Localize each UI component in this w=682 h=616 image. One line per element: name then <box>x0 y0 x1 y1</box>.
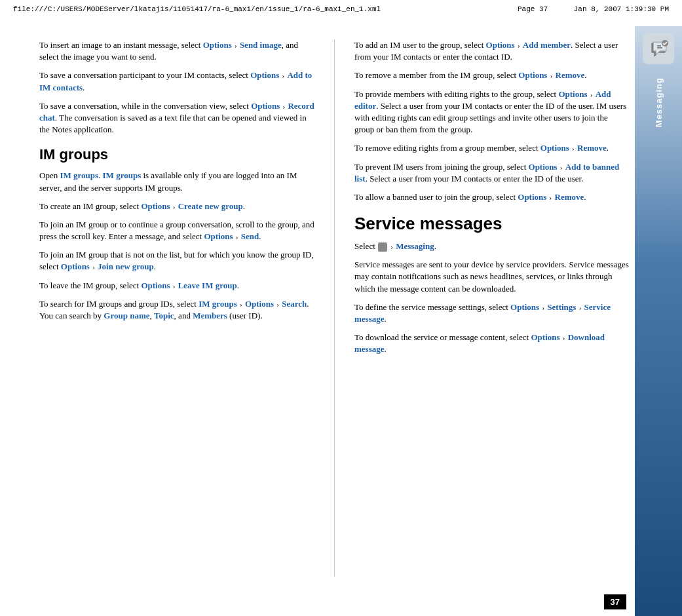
im-groups-para-1: Open IM groups. IM groups is available o… <box>39 170 314 193</box>
options-link-r3[interactable]: Options <box>558 89 587 99</box>
options-link-2[interactable]: Options <box>250 70 279 80</box>
content-columns: To insert an image to an instant message… <box>39 26 630 590</box>
right-column: To add an IM user to the group, select O… <box>354 26 630 590</box>
im-groups-heading: IM groups <box>39 146 314 163</box>
members-link[interactable]: Members <box>193 311 227 320</box>
group-name-link[interactable]: Group name <box>104 311 149 320</box>
im-groups-link-3[interactable]: IM groups <box>199 299 237 309</box>
service-messages-para-1: Select › Messaging. <box>354 241 630 252</box>
left-para-3: To save a conversation, while in the con… <box>39 100 314 136</box>
right-para-3: To provide members with editing rights t… <box>354 88 630 136</box>
service-messages-para-4: To download the service or message conte… <box>354 332 630 355</box>
page-number: 37 <box>604 594 626 609</box>
right-para-5: To prevent IM users from joining the gro… <box>354 161 630 185</box>
options-link-r7[interactable]: Options <box>510 302 539 312</box>
options-link-r5[interactable]: Options <box>529 162 558 172</box>
top-bar: file:///C:/USERS/MODEServer/lkatajis/110… <box>0 5 682 13</box>
service-messages-para-3: To define the service message settings, … <box>354 301 630 325</box>
im-groups-para-5: To leave the IM group, select Options › … <box>39 280 314 292</box>
right-para-6: To allow a banned user to join the group… <box>354 191 630 203</box>
sidebar: Messaging <box>635 26 682 616</box>
options-link-5[interactable]: Options <box>204 231 233 241</box>
add-member-link[interactable]: Add member <box>523 40 571 50</box>
service-messages-para-2: Service messages are sent to your device… <box>354 259 630 295</box>
im-groups-para-3: To join an IM group or to continue a gro… <box>39 219 314 242</box>
page-info-text: Page 37 Jan 8, 2007 1:39:30 PM <box>518 5 669 13</box>
sidebar-icon <box>643 33 674 64</box>
options-link-6[interactable]: Options <box>61 261 90 271</box>
im-groups-para-4: To join an IM group that is not on the l… <box>39 249 314 273</box>
options-link-8[interactable]: Options <box>245 299 274 309</box>
service-messages-heading: Service messages <box>354 214 630 234</box>
options-link-4[interactable]: Options <box>141 201 170 211</box>
right-para-4: To remove editing rights from a group me… <box>354 142 630 154</box>
create-new-group-link[interactable]: Create new group <box>178 201 243 211</box>
send-image-link[interactable]: Send image <box>240 40 282 50</box>
right-para-2: To remove a member from the IM group, se… <box>354 69 630 81</box>
remove-link-2[interactable]: Remove <box>577 143 607 153</box>
settings-link[interactable]: Settings <box>547 302 576 312</box>
options-link-r2[interactable]: Options <box>518 70 547 80</box>
left-para-2: To save a conversation participant to yo… <box>39 69 314 93</box>
im-groups-link-1[interactable]: IM groups <box>60 170 98 180</box>
options-link-r6[interactable]: Options <box>518 192 546 202</box>
messaging-icon <box>648 38 669 59</box>
im-groups-link-2[interactable]: IM groups <box>103 170 142 180</box>
search-link[interactable]: Search <box>282 299 307 309</box>
download-message-link[interactable]: Download message <box>354 332 605 354</box>
options-link-7[interactable]: Options <box>141 280 170 290</box>
left-column: To insert an image to an instant message… <box>39 26 314 590</box>
options-link-r1[interactable]: Options <box>486 40 515 50</box>
messaging-small-icon <box>378 242 387 252</box>
remove-link-3[interactable]: Remove <box>555 192 584 202</box>
options-link-1[interactable]: Options <box>203 40 232 50</box>
page-container: To insert an image to an instant message… <box>39 26 630 590</box>
join-new-group-link[interactable]: Join new group <box>98 261 154 271</box>
im-groups-para-2: To create an IM group, select Options › … <box>39 201 314 212</box>
add-to-banned-list-link[interactable]: Add to banned list <box>354 162 619 183</box>
remove-link-1[interactable]: Remove <box>556 70 585 80</box>
im-groups-para-6: To search for IM groups and group IDs, s… <box>39 298 314 322</box>
messaging-link[interactable]: Messaging <box>396 241 434 251</box>
right-para-1: To add an IM user to the group, select O… <box>354 39 630 63</box>
column-divider <box>334 39 335 577</box>
leave-im-group-link[interactable]: Leave IM group <box>178 280 237 290</box>
left-para-1: To insert an image to an instant message… <box>39 39 314 63</box>
filepath-text: file:///C:/USERS/MODEServer/lkatajis/110… <box>13 5 381 13</box>
send-link[interactable]: Send <box>241 231 259 241</box>
options-link-r4[interactable]: Options <box>540 143 569 153</box>
sidebar-label: Messaging <box>654 77 664 127</box>
options-link-r8[interactable]: Options <box>531 332 559 342</box>
topic-link[interactable]: Topic <box>154 311 174 320</box>
options-link-3[interactable]: Options <box>251 101 280 111</box>
